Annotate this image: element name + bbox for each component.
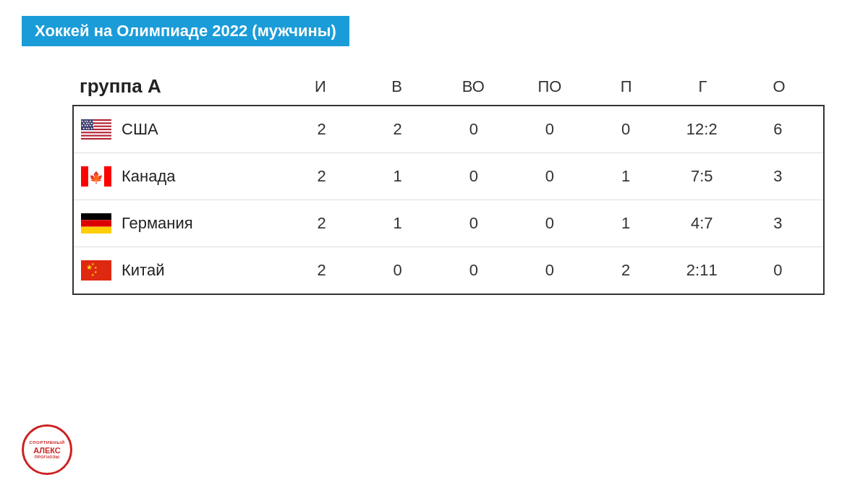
stat-О: 6 bbox=[752, 120, 803, 139]
stat-В: 2 bbox=[373, 120, 423, 139]
team-stats: 210014:73 bbox=[284, 214, 816, 233]
stat-П: 2 bbox=[600, 261, 651, 280]
flag-cn: ★ ★ ★ ★ ★ bbox=[81, 260, 111, 281]
col-header: В bbox=[372, 77, 422, 96]
stat-Г: 4:7 bbox=[676, 214, 727, 233]
column-headers: ИВВОПОПГО bbox=[282, 77, 817, 96]
team-info: ★ ★ ★ ★ ★ Китай bbox=[81, 260, 284, 281]
svg-text:🍁: 🍁 bbox=[89, 171, 103, 184]
stat-Г: 7:5 bbox=[676, 167, 727, 186]
table-row: ★★★★★ ★★★★ ★★★★★ ★★★★ США2200012:26 bbox=[74, 106, 823, 153]
col-header: И bbox=[295, 77, 346, 96]
team-stats: 2200012:26 bbox=[284, 120, 816, 139]
svg-rect-27 bbox=[81, 166, 88, 187]
standings-table: ★★★★★ ★★★★ ★★★★★ ★★★★ США2200012:26 🍁 Ка… bbox=[72, 105, 825, 295]
stat-ПО: 0 bbox=[524, 120, 575, 139]
svg-rect-32 bbox=[81, 227, 111, 234]
col-header: ВО bbox=[448, 77, 498, 96]
team-info: ★★★★★ ★★★★ ★★★★★ ★★★★ США bbox=[81, 119, 284, 140]
team-name: Канада bbox=[122, 167, 176, 186]
stat-В: 0 bbox=[373, 261, 423, 280]
team-name: Китай bbox=[122, 261, 164, 280]
table-row: ★ ★ ★ ★ ★ Китай200022:110 bbox=[74, 247, 823, 294]
stat-ВО: 0 bbox=[448, 214, 499, 233]
title-bar: Хоккей на Олимпиаде 2022 (мужчины) bbox=[22, 16, 349, 46]
page-title: Хоккей на Олимпиаде 2022 (мужчины) bbox=[35, 22, 336, 40]
stat-ПО: 0 bbox=[524, 167, 575, 186]
main-container: группа А ИВВОПОПГО ★★★★★ ★★★★ ★★★★★ ★★★★ bbox=[72, 75, 825, 295]
stat-И: 2 bbox=[297, 261, 347, 280]
team-info: 🍁 Канада bbox=[81, 166, 284, 187]
stat-О: 3 bbox=[752, 167, 803, 186]
table-row: 🍁 Канада210017:53 bbox=[74, 153, 823, 200]
svg-rect-5 bbox=[81, 133, 111, 134]
col-header: Г bbox=[677, 77, 728, 96]
stat-ВО: 0 bbox=[448, 167, 499, 186]
stat-И: 2 bbox=[297, 120, 347, 139]
stat-И: 2 bbox=[297, 214, 347, 233]
watermark-bottom: ПРОГНОЗЫ bbox=[35, 455, 59, 459]
svg-text:★: ★ bbox=[90, 127, 93, 130]
flag-ca: 🍁 bbox=[81, 166, 111, 187]
stat-В: 1 bbox=[373, 167, 423, 186]
group-header: группа А ИВВОПОПГО bbox=[72, 75, 825, 105]
stat-Г: 12:2 bbox=[676, 120, 727, 139]
col-header: П bbox=[601, 77, 652, 96]
table-row: Германия210014:73 bbox=[74, 200, 823, 247]
stat-В: 1 bbox=[373, 214, 423, 233]
stat-ВО: 0 bbox=[448, 120, 499, 139]
stat-Г: 2:11 bbox=[676, 261, 727, 280]
col-header: О bbox=[754, 77, 804, 96]
watermark-circle: СПОРТИВНЫЙ АЛЕКС ПРОГНОЗЫ bbox=[22, 424, 72, 475]
group-label: группа А bbox=[80, 75, 282, 98]
team-stats: 200022:110 bbox=[284, 261, 816, 280]
watermark: СПОРТИВНЫЙ АЛЕКС ПРОГНОЗЫ bbox=[22, 424, 72, 475]
team-name: США bbox=[122, 120, 158, 139]
svg-rect-31 bbox=[81, 220, 111, 226]
stat-П: 1 bbox=[600, 214, 651, 233]
team-info: Германия bbox=[81, 213, 284, 234]
flag-us: ★★★★★ ★★★★ ★★★★★ ★★★★ bbox=[81, 119, 111, 140]
watermark-top: СПОРТИВНЫЙ bbox=[29, 440, 64, 445]
watermark-main: АЛЕКС bbox=[33, 446, 61, 455]
team-stats: 210017:53 bbox=[284, 167, 816, 186]
stat-О: 3 bbox=[752, 214, 803, 233]
team-name: Германия bbox=[122, 214, 193, 233]
svg-rect-28 bbox=[104, 166, 111, 187]
col-header: ПО bbox=[524, 77, 575, 96]
flag-de bbox=[81, 213, 111, 234]
svg-rect-6 bbox=[81, 137, 111, 138]
stat-П: 1 bbox=[600, 167, 651, 186]
stat-ПО: 0 bbox=[524, 214, 575, 233]
stat-ПО: 0 bbox=[524, 261, 575, 280]
stat-П: 0 bbox=[600, 120, 651, 139]
stat-О: 0 bbox=[752, 261, 803, 280]
stat-И: 2 bbox=[297, 167, 347, 186]
svg-rect-4 bbox=[81, 130, 111, 132]
svg-rect-30 bbox=[81, 213, 111, 220]
stat-ВО: 0 bbox=[448, 261, 499, 280]
